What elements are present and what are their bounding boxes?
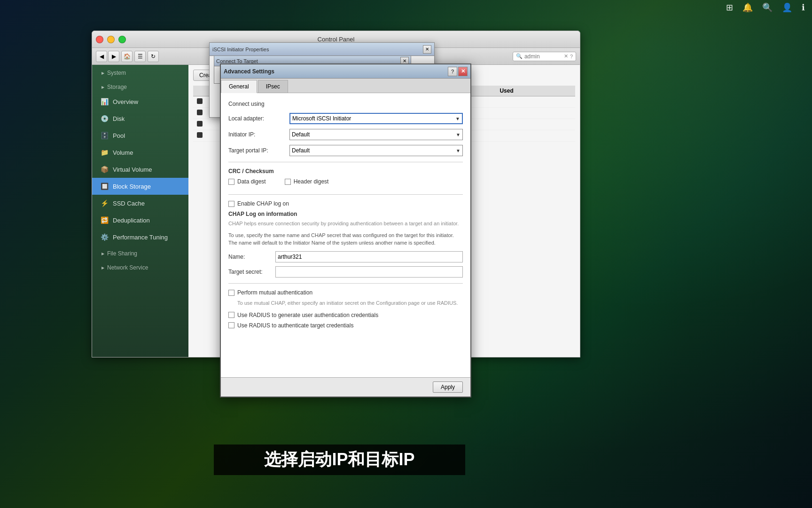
iscsi-close-button[interactable]: ✕ bbox=[423, 45, 431, 54]
sidebar-item-deduplication[interactable]: 🔁 Deduplication bbox=[92, 212, 188, 229]
sidebar-item-ssd-cache[interactable]: ⚡ SSD Cache bbox=[92, 195, 188, 212]
sidebar-item-block-storage[interactable]: 🔲 Block Storage bbox=[92, 178, 188, 195]
header-digest-label: Header digest bbox=[294, 178, 329, 185]
tab-ipsec[interactable]: IPsec bbox=[258, 80, 288, 93]
row-used bbox=[496, 130, 575, 142]
virtual-volume-label: Virtual Volume bbox=[113, 166, 152, 173]
connect-using-label: Connect using bbox=[228, 101, 463, 107]
search-help-icon[interactable]: ? bbox=[570, 54, 573, 59]
deduplication-label: Deduplication bbox=[113, 217, 150, 224]
sidebar-section-storage[interactable]: Storage bbox=[92, 79, 188, 93]
storage-section-label: Storage bbox=[107, 84, 127, 90]
tab-general[interactable]: General bbox=[221, 80, 257, 93]
network-service-label: Network Service bbox=[107, 264, 148, 271]
divider-3 bbox=[228, 283, 463, 284]
apply-button[interactable]: Apply bbox=[433, 381, 463, 393]
divider-2 bbox=[228, 194, 463, 195]
radius2-checkbox[interactable] bbox=[228, 322, 234, 328]
info-icon[interactable]: ℹ bbox=[802, 2, 805, 13]
iscsi-title: iSCSI Initiator Properties bbox=[212, 47, 269, 52]
radius1-row: Use RADIUS to generate user authenticati… bbox=[228, 312, 463, 318]
ssd-cache-icon: ⚡ bbox=[100, 198, 109, 208]
bell-icon[interactable]: 🔔 bbox=[742, 2, 753, 13]
search-icon[interactable]: 🔍 bbox=[762, 2, 773, 13]
sidebar-section-system[interactable]: System bbox=[92, 65, 188, 79]
file-sharing-label: File Sharing bbox=[107, 250, 137, 257]
col-used[interactable]: Used bbox=[496, 86, 575, 96]
back-button[interactable]: ◀ bbox=[96, 51, 107, 62]
initiator-ip-row: Initiator IP: Default ▼ bbox=[228, 129, 463, 140]
advanced-footer: Apply bbox=[221, 377, 470, 397]
divider-1 bbox=[228, 162, 463, 162]
name-field-row: Name: bbox=[228, 251, 463, 262]
initiator-ip-value: Default bbox=[292, 131, 310, 138]
data-digest-checkbox[interactable] bbox=[228, 179, 234, 185]
sidebar-item-pool[interactable]: 🗄️ Pool bbox=[92, 127, 188, 144]
nav-buttons: ◀ ▶ bbox=[96, 51, 119, 62]
crc-checkboxes: Data digest Header digest bbox=[228, 178, 463, 189]
row-used bbox=[496, 119, 575, 130]
block-storage-icon: 🔲 bbox=[100, 182, 109, 191]
enable-chap-checkbox[interactable] bbox=[228, 201, 234, 207]
target-portal-ip-select[interactable]: Default ▼ bbox=[289, 145, 463, 156]
disk-icon: 💿 bbox=[100, 114, 109, 123]
search-clear-icon[interactable]: ✕ bbox=[564, 53, 568, 59]
search-input[interactable] bbox=[524, 53, 562, 60]
radius1-checkbox[interactable] bbox=[228, 312, 234, 318]
radius1-label: Use RADIUS to generate user authenticati… bbox=[237, 312, 378, 318]
overview-icon: 📊 bbox=[100, 97, 109, 106]
grid-icon[interactable]: ⊞ bbox=[726, 2, 733, 13]
local-adapter-row: Local adapter: Microsoft iSCSI Initiator… bbox=[228, 113, 463, 124]
row-used bbox=[496, 108, 575, 119]
radius2-label: Use RADIUS to authenticate target creden… bbox=[237, 322, 353, 329]
sidebar-item-overview[interactable]: 📊 Overview bbox=[92, 93, 188, 110]
subtitle-bar: 选择启动IP和目标IP bbox=[214, 444, 465, 475]
local-adapter-select[interactable]: Microsoft iSCSI Initiator ▼ bbox=[289, 113, 463, 124]
sidebar-section-network-service[interactable]: Network Service bbox=[92, 260, 188, 274]
name-input[interactable] bbox=[275, 251, 463, 262]
advanced-help-button[interactable]: ? bbox=[448, 67, 457, 76]
ssd-cache-label: SSD Cache bbox=[113, 200, 145, 207]
close-button[interactable] bbox=[96, 36, 103, 43]
sidebar: System Storage 📊 Overview 💿 Disk 🗄️ Pool… bbox=[92, 65, 188, 357]
forward-button[interactable]: ▶ bbox=[108, 51, 119, 62]
subtitle-text: 选择启动IP和目标IP bbox=[264, 450, 414, 469]
advanced-titlebar: Advanced Settings ? ✕ bbox=[221, 64, 470, 79]
initiator-ip-arrow: ▼ bbox=[456, 132, 461, 137]
refresh-button[interactable]: ↻ bbox=[148, 51, 159, 62]
maximize-button[interactable] bbox=[118, 36, 126, 43]
disk-label: Disk bbox=[113, 115, 125, 122]
taskbar-icons: ⊞ 🔔 🔍 👤 ℹ bbox=[726, 2, 805, 13]
data-digest-label: Data digest bbox=[237, 178, 266, 185]
volume-label: Volume bbox=[113, 149, 133, 156]
iscsi-titlebar: iSCSI Initiator Properties ✕ bbox=[210, 43, 434, 56]
target-portal-ip-value: Default bbox=[292, 147, 310, 154]
local-adapter-value: Microsoft iSCSI Initiator bbox=[292, 115, 351, 122]
performance-tuning-icon: ⚙️ bbox=[100, 232, 109, 242]
connect-title: Connect To Target bbox=[216, 58, 258, 64]
user-icon[interactable]: 👤 bbox=[782, 2, 792, 13]
sidebar-section-file-sharing[interactable]: File Sharing bbox=[92, 246, 188, 260]
mutual-auth-label: Perform mutual authentication bbox=[237, 289, 312, 296]
header-digest-checkbox[interactable] bbox=[285, 179, 291, 185]
chap-info: To use, specify the same name and CHAP s… bbox=[228, 232, 463, 246]
sidebar-item-virtual-volume[interactable]: 📦 Virtual Volume bbox=[92, 161, 188, 178]
sidebar-item-volume[interactable]: 📁 Volume bbox=[92, 144, 188, 161]
header-digest-row: Header digest bbox=[285, 178, 329, 185]
advanced-title: Advanced Settings bbox=[224, 68, 274, 75]
initiator-ip-label: Initiator IP: bbox=[228, 131, 289, 138]
crc-section-title: CRC / Checksum bbox=[228, 168, 463, 175]
initiator-ip-select[interactable]: Default ▼ bbox=[289, 129, 463, 140]
advanced-settings-dialog: Advanced Settings ? ✕ General IPsec Conn… bbox=[220, 64, 471, 397]
mutual-auth-checkbox[interactable] bbox=[228, 290, 234, 296]
target-secret-row: Target secret: bbox=[228, 266, 463, 278]
advanced-close-button[interactable]: ✕ bbox=[458, 67, 468, 76]
home-button[interactable]: 🏠 bbox=[121, 51, 133, 62]
minimize-button[interactable] bbox=[107, 36, 115, 43]
target-secret-input[interactable] bbox=[275, 266, 463, 278]
sidebar-item-performance-tuning[interactable]: ⚙️ Performance Tuning bbox=[92, 229, 188, 246]
sidebar-item-disk[interactable]: 💿 Disk bbox=[92, 110, 188, 127]
toggle-button[interactable]: ☰ bbox=[134, 51, 146, 62]
enable-chap-label: Enable CHAP log on bbox=[237, 200, 289, 207]
chap-desc: CHAP helps ensure connection security by… bbox=[228, 220, 463, 227]
